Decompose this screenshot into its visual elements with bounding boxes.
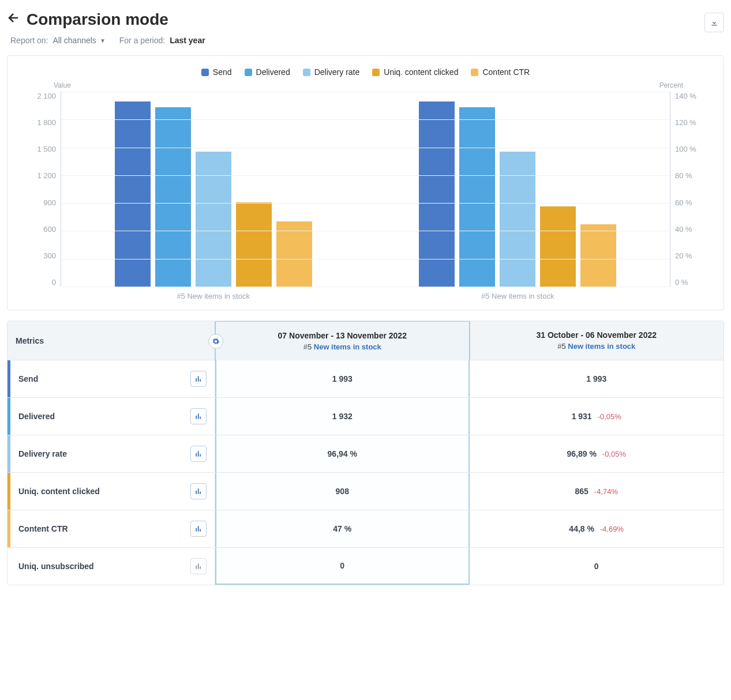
y-tick: 300 — [19, 251, 56, 260]
svg-rect-9 — [196, 491, 197, 494]
report-on-label: Report on: — [10, 36, 48, 45]
metric-name-cell: Content CTR — [8, 510, 215, 547]
metric-name-cell: Delivered — [8, 398, 215, 435]
table-row: Content CTR47 %44,8 %-4,69% — [8, 510, 723, 547]
legend-item[interactable]: Content CTR — [471, 67, 530, 77]
metric-value: 865-4,74% — [470, 473, 724, 510]
metric-name: Delivered — [18, 412, 55, 421]
legend-swatch — [372, 69, 380, 76]
bar[interactable] — [459, 107, 495, 287]
metric-value: 0 — [215, 548, 470, 585]
svg-rect-6 — [196, 453, 197, 457]
legend-item[interactable]: Uniq. content clicked — [372, 67, 458, 77]
metric-value: 1 993 — [470, 360, 724, 397]
table-row: Delivered1 9321 931-0,05% — [8, 397, 723, 435]
toggle-chart-button[interactable] — [190, 483, 207, 499]
bar-group — [366, 92, 670, 287]
y-right-axis: 140 %120 %100 %80 %60 %40 %20 %0 % — [670, 85, 712, 304]
toggle-chart-button[interactable] — [190, 408, 207, 424]
bar[interactable] — [236, 202, 272, 287]
page-title: Comparsion mode — [27, 10, 168, 29]
y-tick: 80 % — [675, 171, 712, 180]
report-on-dropdown[interactable]: All channels ▼ — [53, 36, 105, 45]
svg-rect-11 — [200, 492, 201, 494]
metric-name-cell: Delivery rate — [8, 435, 215, 472]
back-button[interactable] — [7, 11, 21, 28]
column-header: 31 October - 06 November 2022#5 New item… — [470, 321, 724, 360]
legend-item[interactable]: Delivered — [245, 67, 290, 77]
svg-rect-4 — [198, 413, 199, 419]
period-label: For a period: — [119, 36, 165, 45]
metric-name: Uniq. content clicked — [18, 487, 100, 496]
delta-value: -4,69% — [600, 525, 624, 533]
legend-swatch — [245, 69, 252, 76]
period-dropdown[interactable]: Last year — [170, 36, 205, 45]
delta-value: -0,05% — [598, 412, 621, 421]
bar[interactable] — [155, 107, 191, 287]
svg-rect-2 — [200, 379, 201, 382]
grid-line — [61, 175, 670, 176]
download-button[interactable] — [704, 13, 724, 32]
metric-value: 1 932 — [215, 398, 470, 435]
gear-icon[interactable] — [208, 334, 223, 349]
table-row: Delivery rate96,94 %96,89 %-0,05% — [8, 435, 723, 472]
y-tick: 1 500 — [19, 145, 56, 153]
metric-name-cell: Uniq. unsubscribed — [8, 548, 215, 585]
bar[interactable] — [500, 152, 535, 287]
svg-rect-5 — [200, 417, 201, 419]
svg-rect-15 — [196, 566, 197, 569]
table-row: Uniq. unsubscribed00 — [8, 547, 723, 585]
toggle-chart-button[interactable] — [190, 521, 207, 537]
svg-rect-7 — [198, 451, 199, 456]
metric-value: 0 — [470, 548, 724, 585]
grid-line — [61, 119, 670, 120]
y-left-axis: 2 1001 8001 5001 2009006003000 — [19, 85, 61, 304]
campaign-link[interactable]: New items in stock — [568, 342, 635, 351]
svg-rect-17 — [200, 567, 201, 569]
svg-rect-12 — [196, 528, 197, 532]
delta-value: -4,74% — [594, 487, 618, 496]
chart-plot-area: #5 New items in stock#5 New items in sto… — [61, 92, 670, 287]
legend-label: Uniq. content clicked — [384, 67, 458, 77]
metric-value: 96,89 %-0,05% — [470, 435, 724, 472]
y-tick: 40 % — [675, 225, 712, 234]
legend-swatch — [303, 69, 310, 76]
legend-label: Send — [213, 67, 232, 77]
y-tick: 60 % — [675, 198, 712, 207]
svg-rect-1 — [198, 376, 199, 381]
metrics-header-cell: Metrics — [8, 321, 215, 360]
table-row: Uniq. content clicked908865-4,74% — [8, 472, 723, 510]
legend-item[interactable]: Delivery rate — [303, 67, 360, 77]
legend-label: Content CTR — [482, 67, 530, 77]
legend-label: Delivery rate — [314, 67, 360, 77]
grid-line — [61, 92, 670, 92]
legend-swatch — [201, 69, 209, 76]
metric-value: 44,8 %-4,69% — [470, 510, 724, 547]
toggle-chart-button[interactable] — [190, 446, 207, 462]
bar[interactable] — [580, 224, 616, 287]
bar[interactable] — [196, 152, 231, 287]
metric-name-cell: Uniq. content clicked — [8, 473, 215, 510]
legend-item[interactable]: Send — [201, 67, 232, 77]
y-tick: 900 — [19, 198, 56, 207]
toggle-chart-button[interactable] — [190, 558, 207, 574]
column-date: 31 October - 06 November 2022 — [478, 330, 716, 340]
chart-card: SendDeliveredDelivery rateUniq. content … — [7, 55, 724, 310]
column-campaign: #5 New items in stock — [478, 342, 716, 351]
svg-rect-0 — [196, 378, 197, 382]
metric-value: 908 — [215, 473, 470, 510]
metric-name: Uniq. unsubscribed — [18, 562, 94, 571]
bar[interactable] — [540, 206, 576, 287]
svg-rect-13 — [198, 526, 199, 531]
y-tick: 0 — [19, 278, 56, 287]
metric-value: 47 % — [215, 510, 470, 547]
toggle-chart-button[interactable] — [190, 371, 207, 387]
legend-swatch — [471, 69, 478, 76]
y-tick: 20 % — [675, 251, 712, 260]
y-tick: 2 100 — [19, 92, 56, 100]
x-axis-label: #5 New items in stock — [366, 292, 670, 300]
metric-name: Send — [18, 374, 38, 383]
campaign-link[interactable]: New items in stock — [314, 343, 381, 351]
metric-value: 96,94 % — [215, 435, 470, 472]
x-axis-label: #5 New items in stock — [61, 292, 366, 300]
